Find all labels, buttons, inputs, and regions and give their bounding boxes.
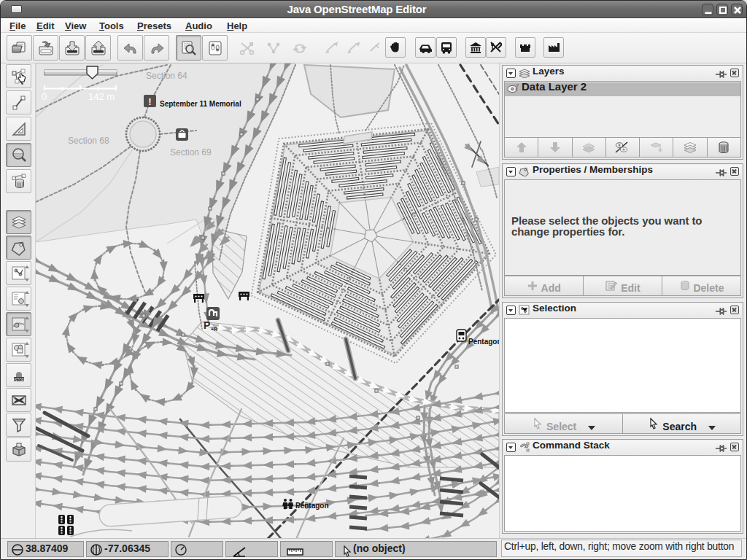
svg-text:Section 68: Section 68 — [68, 136, 109, 146]
svg-text:!: ! — [148, 96, 151, 107]
svg-text:September 11 Memorial: September 11 Memorial — [160, 100, 241, 108]
svg-text:+R: +R — [211, 327, 217, 332]
svg-text:HISTORY: HISTORY — [12, 378, 26, 381]
svg-text:Section 69: Section 69 — [170, 147, 212, 158]
svg-text:Section 64: Section 64 — [146, 71, 187, 81]
svg-text:P: P — [204, 319, 210, 331]
svg-text:Pentagon: Pentagon — [295, 502, 329, 510]
svg-text:Pentagon: Pentagon — [468, 338, 499, 346]
svg-text:0: 0 — [42, 91, 47, 102]
svg-text:142 m: 142 m — [88, 91, 115, 102]
